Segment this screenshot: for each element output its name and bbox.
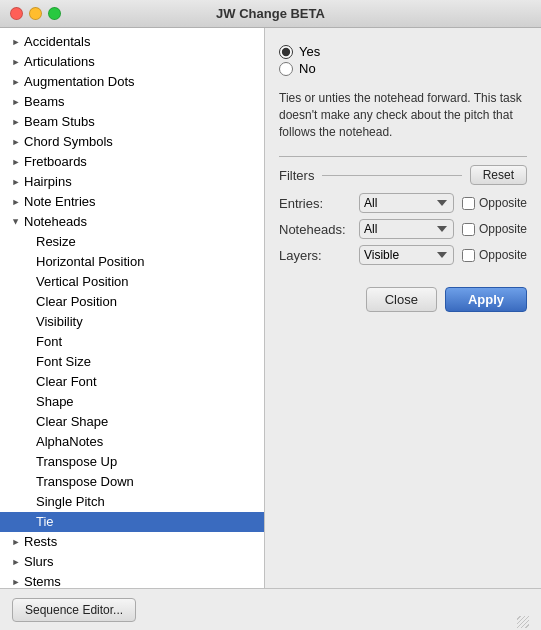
- apply-button[interactable]: Apply: [445, 287, 527, 312]
- tree-item-transpose-up[interactable]: Transpose Up: [0, 452, 264, 472]
- accidentals-arrow-icon: ►: [8, 34, 24, 50]
- augmentation-dots-label: Augmentation Dots: [24, 73, 135, 91]
- slurs-arrow-icon: ►: [8, 554, 24, 570]
- beam-stubs-label: Beam Stubs: [24, 113, 95, 131]
- articulations-label: Articulations: [24, 53, 95, 71]
- slurs-label: Slurs: [24, 553, 54, 571]
- tree-item-augmentation-dots[interactable]: ►Augmentation Dots: [0, 72, 264, 92]
- resize-handle[interactable]: [517, 616, 529, 628]
- chord-symbols-arrow-icon: ►: [8, 134, 24, 150]
- tree-item-clear-position[interactable]: Clear Position: [0, 292, 264, 312]
- layers-opposite-label: Opposite: [479, 248, 527, 262]
- layers-select[interactable]: VisibleAllLayer 1Layer 2Layer 3Layer 4: [359, 245, 454, 265]
- beams-arrow-icon: ►: [8, 94, 24, 110]
- tree-item-resize[interactable]: Resize: [0, 232, 264, 252]
- tree-item-visibility[interactable]: Visibility: [0, 312, 264, 332]
- radio-no-label: No: [299, 61, 316, 76]
- entries-opposite-checkbox[interactable]: [462, 197, 475, 210]
- stems-arrow-icon: ►: [8, 574, 24, 588]
- radio-no[interactable]: [279, 62, 293, 76]
- tree-item-beam-stubs[interactable]: ►Beam Stubs: [0, 112, 264, 132]
- hairpins-arrow-icon: ►: [8, 174, 24, 190]
- tree-item-clear-shape[interactable]: Clear Shape: [0, 412, 264, 432]
- tree-item-fretboards[interactable]: ►Fretboards: [0, 152, 264, 172]
- alphanotes-label: AlphaNotes: [36, 433, 103, 451]
- note-entries-arrow-icon: ►: [8, 194, 24, 210]
- fretboards-arrow-icon: ►: [8, 154, 24, 170]
- transpose-down-label: Transpose Down: [36, 473, 134, 491]
- note-entries-label: Note Entries: [24, 193, 96, 211]
- filters-label: Filters: [279, 168, 314, 183]
- sequence-editor-button[interactable]: Sequence Editor...: [12, 598, 136, 622]
- noteheads-select[interactable]: AllSelected: [359, 219, 454, 239]
- tree-item-hairpins[interactable]: ►Hairpins: [0, 172, 264, 192]
- chord-symbols-label: Chord Symbols: [24, 133, 113, 151]
- maximize-button[interactable]: [48, 7, 61, 20]
- beams-label: Beams: [24, 93, 64, 111]
- layers-label: Layers:: [279, 248, 359, 263]
- radio-yes-label: Yes: [299, 44, 320, 59]
- horizontal-position-label: Horizontal Position: [36, 253, 144, 271]
- layers-opposite-checkbox[interactable]: [462, 249, 475, 262]
- noteheads-opposite-label: Opposite: [479, 222, 527, 236]
- visibility-label: Visibility: [36, 313, 83, 331]
- entries-opposite-label: Opposite: [479, 196, 527, 210]
- tree-item-articulations[interactable]: ►Articulations: [0, 52, 264, 72]
- entries-label: Entries:: [279, 196, 359, 211]
- radio-yes[interactable]: [279, 45, 293, 59]
- transpose-up-label: Transpose Up: [36, 453, 117, 471]
- tree-item-alphanotes[interactable]: AlphaNotes: [0, 432, 264, 452]
- accidentals-label: Accidentals: [24, 33, 90, 51]
- font-label: Font: [36, 333, 62, 351]
- tree-item-font-size[interactable]: Font Size: [0, 352, 264, 372]
- clear-position-label: Clear Position: [36, 293, 117, 311]
- clear-font-label: Clear Font: [36, 373, 97, 391]
- tree-item-vertical-position[interactable]: Vertical Position: [0, 272, 264, 292]
- tree-item-shape[interactable]: Shape: [0, 392, 264, 412]
- fretboards-label: Fretboards: [24, 153, 87, 171]
- tree-item-single-pitch[interactable]: Single Pitch: [0, 492, 264, 512]
- single-pitch-label: Single Pitch: [36, 493, 105, 511]
- font-size-label: Font Size: [36, 353, 91, 371]
- description-text: Ties or unties the notehead forward. Thi…: [279, 90, 527, 140]
- left-panel: ►Accidentals►Articulations►Augmentation …: [0, 28, 265, 588]
- entries-select[interactable]: AllSelectedVoice 1Voice 2Voice 3Voice 4: [359, 193, 454, 213]
- minimize-button[interactable]: [29, 7, 42, 20]
- close-button-action[interactable]: Close: [366, 287, 437, 312]
- tie-label: Tie: [36, 513, 54, 531]
- beam-stubs-arrow-icon: ►: [8, 114, 24, 130]
- tree-item-noteheads[interactable]: ►Noteheads: [0, 212, 264, 232]
- noteheads-label: Noteheads:: [279, 222, 359, 237]
- bottom-bar: Sequence Editor...: [0, 588, 541, 630]
- right-panel: Yes No Ties or unties the notehead forwa…: [265, 28, 541, 588]
- tree-item-stems[interactable]: ►Stems: [0, 572, 264, 588]
- tree-item-chord-symbols[interactable]: ►Chord Symbols: [0, 132, 264, 152]
- tree-item-beams[interactable]: ►Beams: [0, 92, 264, 112]
- tree-item-font[interactable]: Font: [0, 332, 264, 352]
- tree-item-transpose-down[interactable]: Transpose Down: [0, 472, 264, 492]
- noteheads-arrow-icon: ►: [8, 214, 24, 230]
- tree-item-horizontal-position[interactable]: Horizontal Position: [0, 252, 264, 272]
- title-bar: JW Change BETA: [0, 0, 541, 28]
- rests-label: Rests: [24, 533, 57, 551]
- tree-item-tie[interactable]: Tie: [0, 512, 264, 532]
- clear-shape-label: Clear Shape: [36, 413, 108, 431]
- resize-label: Resize: [36, 233, 76, 251]
- noteheads-label: Noteheads: [24, 213, 87, 231]
- tree-item-rests[interactable]: ►Rests: [0, 532, 264, 552]
- reset-button[interactable]: Reset: [470, 165, 527, 185]
- augmentation-dots-arrow-icon: ►: [8, 74, 24, 90]
- shape-label: Shape: [36, 393, 74, 411]
- hairpins-label: Hairpins: [24, 173, 72, 191]
- tree-item-slurs[interactable]: ►Slurs: [0, 552, 264, 572]
- tree-item-note-entries[interactable]: ►Note Entries: [0, 192, 264, 212]
- stems-label: Stems: [24, 573, 61, 588]
- noteheads-opposite-checkbox[interactable]: [462, 223, 475, 236]
- tree-item-clear-font[interactable]: Clear Font: [0, 372, 264, 392]
- articulations-arrow-icon: ►: [8, 54, 24, 70]
- vertical-position-label: Vertical Position: [36, 273, 129, 291]
- close-button[interactable]: [10, 7, 23, 20]
- title-bar-buttons: [10, 7, 61, 20]
- rests-arrow-icon: ►: [8, 534, 24, 550]
- tree-item-accidentals[interactable]: ►Accidentals: [0, 32, 264, 52]
